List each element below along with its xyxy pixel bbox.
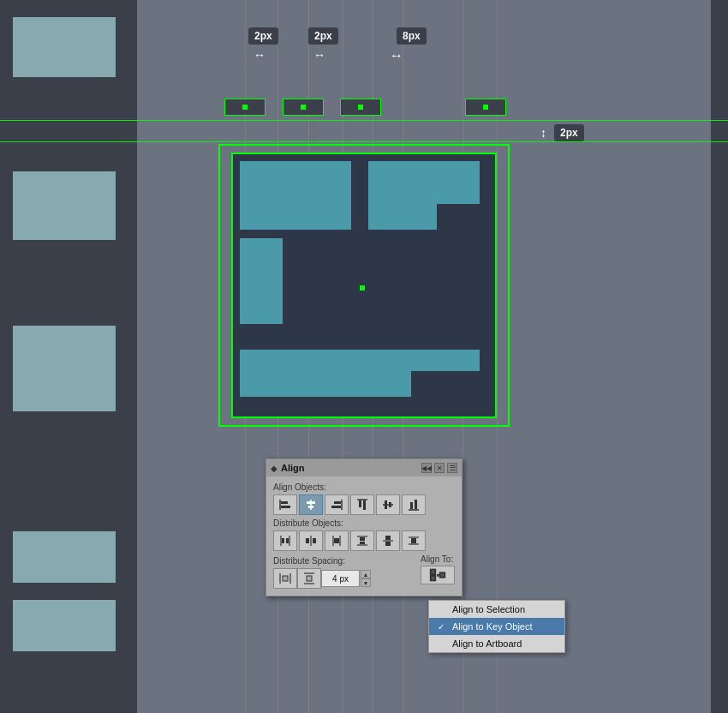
dim-label-2: 2px: [308, 27, 338, 45]
svg-rect-46: [440, 572, 445, 578]
align-left-btn[interactable]: [273, 494, 297, 515]
align-top-btn[interactable]: [350, 494, 374, 515]
sidebar-block-3: [13, 326, 116, 411]
distribute-spacing-section: Distribute Spacing:: [273, 554, 371, 589]
svg-rect-17: [415, 500, 417, 509]
svg-rect-23: [306, 538, 309, 543]
spacing-input[interactable]: [321, 570, 360, 587]
dim-arrow-4: ↕: [540, 126, 546, 140]
guide-h-2: [0, 141, 728, 142]
align-to-section: Align To:: [421, 554, 455, 584]
svg-rect-16: [410, 502, 413, 509]
spin-down-btn[interactable]: ▼: [361, 578, 371, 587]
svg-rect-27: [334, 538, 339, 543]
align-to-dropdown[interactable]: [421, 566, 455, 584]
svg-rect-10: [359, 500, 361, 507]
panel-body: Align Objects:: [266, 476, 462, 596]
art-block-1: [240, 161, 351, 230]
dropdown-item-key-object-label: Align to Key Object: [452, 621, 533, 632]
align-bottom-btn[interactable]: [402, 494, 426, 515]
svg-rect-44: [431, 570, 436, 575]
panel-title: Align: [281, 463, 305, 473]
svg-rect-21: [286, 538, 289, 543]
align-to-label: Align To:: [421, 554, 455, 564]
svg-rect-7: [334, 501, 341, 504]
sidebar-block-1: [13, 17, 116, 77]
handle-4: [483, 105, 488, 110]
distribute-center-h-btn[interactable]: [299, 530, 323, 551]
panel-close-btn[interactable]: ✕: [434, 463, 445, 473]
align-right-btn[interactable]: [325, 494, 349, 515]
distribute-right-btn[interactable]: [325, 530, 349, 551]
distribute-spacing-label: Distribute Spacing:: [273, 556, 371, 566]
distribute-spacing-h-btn[interactable]: [273, 568, 297, 589]
handle-2: [301, 105, 306, 110]
align-center-h-btn[interactable]: [299, 494, 323, 515]
dropdown-item-key-object[interactable]: ✓ Align to Key Object: [429, 618, 564, 635]
svg-rect-4: [307, 501, 315, 504]
align-to-dropdown-menu: Align to Selection ✓ Align to Key Object…: [428, 600, 565, 653]
spin-up-btn[interactable]: ▲: [361, 570, 371, 578]
distribute-center-v-btn[interactable]: [376, 530, 400, 551]
guide-h-1: [0, 120, 728, 121]
svg-rect-29: [360, 537, 365, 541]
art-block-4: [240, 238, 283, 324]
svg-rect-43: [307, 576, 312, 581]
top-rect-4[interactable]: [465, 99, 506, 116]
checkmark-key-object: ✓: [438, 622, 448, 632]
svg-rect-11: [363, 500, 366, 510]
dim-arrow-3: ↔: [390, 48, 403, 63]
svg-rect-31: [360, 542, 365, 544]
svg-rect-14: [389, 502, 391, 507]
panel-collapse-icon[interactable]: ◆: [271, 464, 277, 473]
distribute-bottom-btn[interactable]: [402, 530, 426, 551]
panel-controls: ◀◀ ✕ ☰: [421, 463, 457, 473]
top-rect-3[interactable]: [340, 99, 381, 116]
dropdown-item-artboard[interactable]: Align to Artboard: [429, 635, 564, 652]
distribute-spacing-row: ▲ ▼: [273, 568, 371, 589]
svg-rect-1: [281, 501, 288, 504]
right-strip: [711, 0, 728, 713]
sidebar-block-2: [13, 171, 116, 240]
sidebar-block-4: [13, 531, 116, 583]
panel-titlebar: ◆ Align ◀◀ ✕ ☰: [266, 459, 462, 476]
top-rect-2[interactable]: [283, 99, 324, 116]
distribute-top-btn[interactable]: [350, 530, 374, 551]
align-center-v-btn[interactable]: [376, 494, 400, 515]
svg-rect-2: [281, 506, 290, 508]
artwork-inner: [240, 161, 488, 410]
svg-rect-34: [385, 542, 391, 546]
dim-label-3: 8px: [397, 27, 427, 45]
svg-rect-19: [282, 538, 284, 543]
dropdown-item-selection-label: Align to Selection: [452, 604, 525, 614]
left-sidebar: [0, 0, 137, 713]
handle-1: [242, 105, 248, 110]
svg-rect-37: [411, 538, 416, 543]
distribute-objects-label: Distribute Objects:: [273, 518, 455, 528]
align-objects-label: Align Objects:: [273, 482, 455, 492]
svg-rect-40: [283, 576, 288, 581]
spacing-input-group: ▲ ▼: [321, 570, 371, 587]
spin-buttons: ▲ ▼: [361, 570, 371, 587]
dropdown-item-selection[interactable]: Align to Selection: [429, 601, 564, 618]
art-block-6: [240, 371, 411, 397]
svg-rect-45: [431, 576, 436, 581]
svg-rect-24: [313, 538, 316, 543]
sidebar-block-5: [13, 600, 116, 651]
distribute-spacing-v-btn[interactable]: [297, 568, 321, 589]
dim-arrow-2: ↔: [313, 48, 325, 62]
top-rect-1[interactable]: [224, 99, 266, 116]
svg-rect-13: [385, 500, 387, 509]
align-objects-row: [273, 494, 455, 515]
distribute-left-btn[interactable]: [273, 530, 297, 551]
art-block-3: [368, 204, 437, 230]
art-block-2: [368, 161, 480, 204]
panel-menu-btn[interactable]: ☰: [447, 463, 457, 473]
svg-rect-8: [331, 506, 341, 508]
handle-3: [358, 105, 363, 110]
panel-minimize-btn[interactable]: ◀◀: [421, 463, 432, 473]
artwork-container[interactable]: [231, 153, 497, 418]
dim-label-4: 2px: [554, 124, 584, 141]
svg-rect-33: [385, 536, 391, 540]
svg-rect-5: [308, 506, 313, 508]
